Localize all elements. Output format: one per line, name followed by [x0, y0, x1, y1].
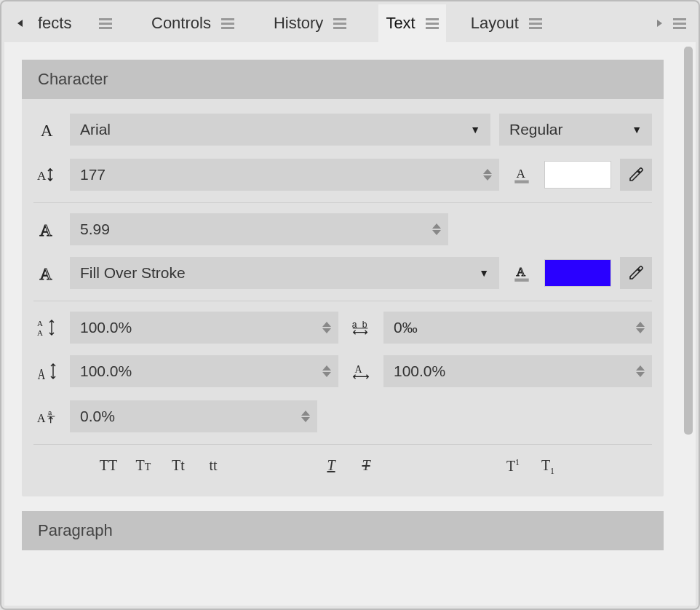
- svg-text:A: A: [516, 265, 525, 279]
- tab-menu-icon[interactable]: [221, 18, 234, 29]
- scrollbar[interactable]: [681, 42, 696, 606]
- svg-text:A: A: [37, 328, 43, 337]
- panel-paragraph: Paragraph: [22, 511, 664, 550]
- stroke-order-icon: A: [33, 263, 61, 283]
- hamburger-icon: [673, 18, 686, 29]
- spinner-icon[interactable]: [322, 322, 331, 333]
- spinner-icon[interactable]: [636, 365, 645, 377]
- stroke-width-input[interactable]: 5.99: [70, 213, 448, 245]
- stroke-width-value: 5.99: [80, 221, 438, 238]
- text-color-eyedropper[interactable]: [620, 159, 652, 191]
- svg-marker-1: [657, 20, 662, 27]
- horizontal-scale-value: 100.0%: [394, 363, 642, 380]
- spinner-icon[interactable]: [301, 411, 310, 422]
- baseline-shift-icon: Aa: [33, 406, 61, 427]
- subscript-button[interactable]: T1: [538, 457, 557, 477]
- tab-label: Controls: [151, 14, 211, 33]
- tab-layout[interactable]: Layout: [464, 4, 549, 42]
- uppercase-button[interactable]: TT: [99, 457, 118, 477]
- stroke-color-swatch[interactable]: [544, 259, 611, 287]
- stroke-order-select[interactable]: Fill Over Stroke ▼: [70, 257, 499, 289]
- titlecase-button[interactable]: Tt: [169, 457, 188, 477]
- svg-text:a: a: [48, 409, 52, 416]
- scrollbar-thumb[interactable]: [684, 47, 693, 435]
- svg-text:A: A: [516, 167, 525, 181]
- font-icon: A: [33, 119, 61, 140]
- tab-scroll-right[interactable]: [649, 19, 669, 28]
- tab-history[interactable]: History: [266, 4, 354, 42]
- tab-menu-icon[interactable]: [529, 18, 542, 29]
- text-color-swatch[interactable]: [544, 161, 611, 189]
- workspace: Character A Arial ▼ Regular ▼: [4, 42, 696, 606]
- chevron-down-icon: ▼: [470, 124, 480, 135]
- svg-text:A: A: [40, 221, 52, 239]
- tracking-icon: ab: [347, 317, 375, 338]
- spinner-icon[interactable]: [636, 322, 645, 333]
- baseline-shift-input[interactable]: 0.0%: [70, 400, 317, 432]
- leading-value: 100.0%: [80, 319, 328, 336]
- horizontal-scale-input[interactable]: 100.0%: [383, 355, 652, 387]
- font-size-icon: A: [33, 165, 61, 185]
- stroke-color-eyedropper[interactable]: [620, 257, 652, 289]
- panel-menu-button[interactable]: [669, 18, 690, 29]
- tab-menu-icon[interactable]: [426, 18, 439, 29]
- tab-text[interactable]: Text: [378, 4, 445, 42]
- svg-text:A: A: [40, 264, 52, 283]
- font-size-input[interactable]: 177: [70, 159, 499, 191]
- lowercase-button[interactable]: tt: [204, 457, 223, 477]
- strikethrough-button[interactable]: T: [357, 457, 375, 477]
- stroke-color-icon: A: [508, 263, 536, 283]
- tracking-input[interactable]: 0‰: [383, 312, 652, 344]
- stroke-order-value: Fill Over Stroke: [80, 264, 479, 282]
- chevron-down-icon: ▼: [632, 124, 642, 135]
- svg-text:A: A: [41, 121, 53, 140]
- vertical-scale-value: 100.0%: [80, 363, 328, 380]
- stroke-width-icon: A: [33, 219, 61, 239]
- tab-effects[interactable]: fects: [31, 4, 119, 42]
- tab-label: Text: [386, 14, 415, 33]
- svg-rect-5: [514, 181, 528, 183]
- font-size-value: 177: [80, 166, 489, 183]
- smallcaps-button[interactable]: TT: [134, 457, 153, 477]
- tab-controls[interactable]: Controls: [144, 4, 242, 42]
- spinner-icon[interactable]: [322, 365, 331, 377]
- tab-label: History: [274, 14, 323, 33]
- font-family-select[interactable]: Arial ▼: [70, 114, 490, 146]
- underline-button[interactable]: T: [322, 457, 341, 477]
- svg-text:A: A: [355, 364, 363, 375]
- spinner-icon[interactable]: [432, 223, 441, 235]
- svg-text:A: A: [37, 169, 47, 183]
- font-weight-value: Regular: [509, 121, 632, 138]
- horizontal-scale-icon: A: [347, 361, 375, 381]
- tab-label: Layout: [471, 14, 519, 33]
- baseline-shift-value: 0.0%: [80, 408, 307, 425]
- leading-input[interactable]: 100.0%: [70, 312, 338, 344]
- chevron-down-icon: ▼: [479, 267, 489, 279]
- svg-text:A: A: [37, 412, 46, 424]
- svg-marker-0: [17, 20, 23, 27]
- panel-header: Paragraph: [22, 511, 664, 550]
- vertical-scale-icon: A: [33, 361, 61, 381]
- superscript-button[interactable]: T1: [504, 457, 522, 477]
- font-family-value: Arial: [80, 121, 470, 138]
- tab-scroll-left[interactable]: [10, 19, 31, 28]
- svg-text:A: A: [37, 319, 43, 328]
- tab-menu-icon[interactable]: [99, 18, 112, 29]
- font-weight-select[interactable]: Regular ▼: [499, 114, 652, 146]
- panel-header: Character: [22, 60, 664, 99]
- spinner-icon[interactable]: [483, 169, 492, 181]
- panel-character: Character A Arial ▼ Regular ▼: [22, 60, 664, 496]
- tab-bar: fects Controls History Text Layout: [4, 4, 696, 42]
- svg-rect-9: [514, 279, 528, 282]
- leading-icon: AA: [33, 317, 61, 338]
- text-color-icon: A: [508, 165, 536, 185]
- tab-label: fects: [38, 14, 89, 33]
- svg-text:A: A: [38, 365, 46, 381]
- tab-menu-icon[interactable]: [333, 18, 346, 29]
- vertical-scale-input[interactable]: 100.0%: [70, 355, 338, 387]
- tracking-value: 0‰: [394, 319, 642, 336]
